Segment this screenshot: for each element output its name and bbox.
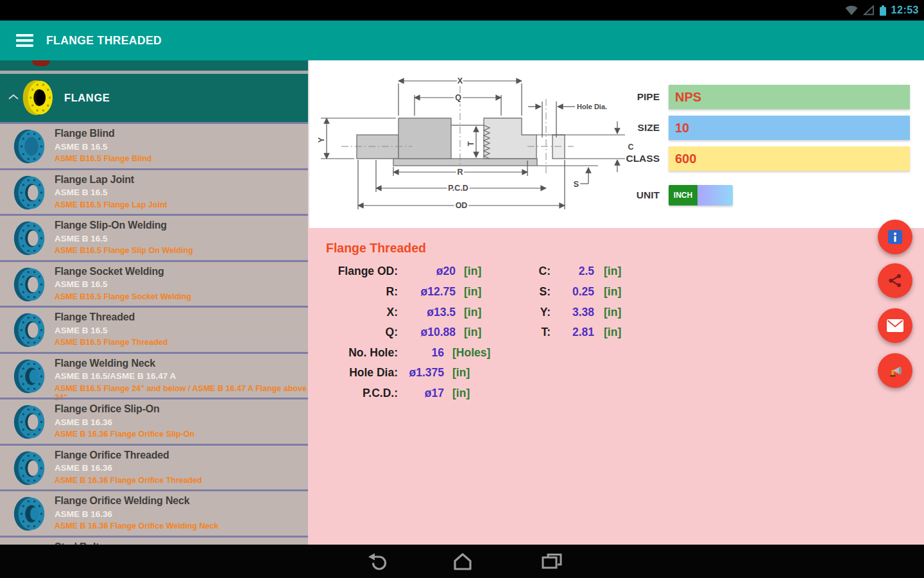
item-title: Flange Orifice Threaded (55, 450, 169, 461)
item-standard: ASME B 16.36 (55, 417, 112, 427)
partial-icon-fragment (32, 60, 50, 66)
sidebar: FLANGE Flange Blind ASME B 16.5 ASME B16… (0, 60, 308, 545)
item-description: ASME B16.5 Flange Blind (55, 154, 151, 163)
class-label: CLASS (626, 146, 660, 171)
sidebar-item-stud-bolt[interactable]: Stud Bolt (0, 536, 308, 545)
item-title: Flange Orifice Slip-On (55, 403, 160, 415)
sidebar-item-flange-orifice-slip-on[interactable]: Flange Orifice Slip-On ASME B 16.36 ASME… (0, 398, 308, 444)
size-label: SIZE (638, 116, 660, 140)
battery-icon (879, 4, 887, 17)
item-standard: ASME B 16.36 (55, 509, 112, 519)
item-standard: ASME B 16.5/ASME B 16.47 A (55, 371, 176, 381)
class-field[interactable]: 600 (669, 146, 910, 171)
dim-t: T (466, 141, 475, 146)
item-description: ASME B16.5 Flange Socket Welding (55, 292, 191, 301)
sidebar-item-flange-orifice-threaded[interactable]: Flange Orifice Threaded ASME B 16.36 ASM… (0, 444, 308, 490)
megaphone-icon (887, 362, 903, 379)
item-standard: ASME B 16.5 (55, 326, 108, 335)
item-standard: ASME B 16.5 (55, 234, 108, 243)
sidebar-item-flange-blind[interactable]: Flange Blind ASME B 16.5 ASME B16.5 Flan… (0, 122, 308, 168)
item-standard: ASME B 16.36 (55, 463, 112, 473)
email-fab[interactable] (878, 308, 912, 343)
dim-r: R (457, 168, 463, 177)
details-title: Flange Threaded (326, 241, 426, 256)
flange-ring-icon (10, 356, 50, 396)
item-description: ASME B16.5 Flange Threaded (55, 338, 167, 347)
info-icon (887, 229, 903, 245)
dim-od: OD (456, 201, 468, 210)
navigation-bar (0, 545, 924, 578)
sidebar-group-label: FLANGE (64, 74, 110, 122)
item-title: Flange Blind (55, 128, 115, 139)
item-description: ASME B 16.36 Flange Orifice Welding Neck (55, 521, 218, 530)
app-bar: FLANGE THREADED (0, 21, 924, 60)
item-title: Flange Welding Neck (55, 358, 155, 369)
flange-ring-icon (10, 448, 50, 488)
item-standard: ASME B 16.5 (55, 188, 108, 197)
screen: 12:53 FLANGE THREADED (0, 0, 924, 578)
flange-ring-icon (10, 310, 50, 350)
pipe-field[interactable]: NPS (669, 85, 910, 109)
back-button[interactable] (363, 550, 391, 572)
sidebar-group-flange[interactable]: FLANGE (0, 74, 308, 122)
sidebar-item-flange-threaded[interactable]: Flange Threaded ASME B 16.5 ASME B16.5 F… (0, 306, 308, 352)
flange-ring-icon (10, 265, 50, 304)
announce-fab[interactable] (878, 353, 912, 388)
wifi-icon (844, 5, 859, 15)
item-description: ASME B16.5 Flange Lap Joint (55, 200, 167, 209)
flange-ring-icon (10, 402, 50, 442)
sidebar-list: Flange Blind ASME B 16.5 ASME B16.5 Flan… (0, 122, 308, 545)
sidebar-item-flange-socket-welding[interactable]: Flange Socket Welding ASME B 16.5 ASME B… (0, 260, 308, 306)
page-title: FLANGE THREADED (46, 21, 162, 60)
detail-row: C:2.5[in] (518, 265, 621, 281)
sidebar-item-flange-orifice-welding-neck[interactable]: Flange Orifice Welding Neck ASME B 16.36… (0, 489, 308, 536)
unit-toggle-value: INCH (669, 185, 697, 206)
content-panel: X Q Hole Dia. Y T (308, 60, 924, 545)
dim-hole-dia: Hole Dia. (577, 103, 607, 110)
unit-toggle-track (697, 185, 733, 206)
home-icon (450, 552, 475, 570)
unit-label: UNIT (637, 185, 660, 206)
chevron-up-icon (8, 93, 19, 101)
flange-blind-icon (10, 127, 50, 166)
details-panel: Flange Threaded Flange OD:ø20[in] R:ø12.… (308, 228, 924, 545)
flange-ring-icon (10, 173, 50, 213)
item-description: ASME B 16.36 Flange Orifice Slip-On (55, 430, 194, 439)
mail-icon (886, 319, 904, 333)
item-title: Flange Threaded (55, 311, 135, 323)
recents-button[interactable] (538, 550, 566, 572)
item-standard: ASME B 16.5 (55, 142, 108, 152)
recents-icon (540, 552, 564, 570)
size-field[interactable]: 10 (669, 116, 910, 140)
dim-x: X (458, 76, 463, 85)
detail-row: R:ø12.75[in] (326, 285, 481, 302)
signal-triangle-icon (863, 5, 875, 15)
menu-icon[interactable] (16, 34, 33, 47)
home-button[interactable] (449, 550, 477, 572)
detail-row: P.C.D.:ø17[in] (326, 387, 470, 403)
sidebar-item-flange-welding-neck[interactable]: Flange Welding Neck ASME B 16.5/ASME B 1… (0, 352, 308, 398)
flange-ring-icon (10, 218, 50, 258)
item-title: Flange Orifice Welding Neck (55, 495, 189, 507)
dim-pcd: P.C.D (448, 184, 468, 193)
item-description: ASME B 16.36 Flange Orifice Threaded (55, 476, 202, 485)
status-bar: 12:53 (0, 0, 924, 21)
item-title: Flange Slip-On Welding (55, 220, 167, 231)
detail-row: X:ø13.5[in] (326, 306, 481, 322)
share-fab[interactable] (878, 263, 912, 298)
dim-q: Q (455, 93, 461, 102)
clock: 12:53 (891, 4, 919, 16)
dim-y: Y (317, 137, 326, 143)
drawing-area: X Q Hole Dia. Y T (308, 60, 924, 228)
sidebar-item-flange-lap-joint[interactable]: Flange Lap Joint ASME B 16.5 ASME B16.5 … (0, 168, 308, 215)
share-icon (887, 272, 903, 289)
detail-row: Y:3.38[in] (518, 306, 621, 322)
info-fab[interactable] (878, 220, 912, 254)
back-icon (364, 552, 389, 570)
item-title: Flange Lap Joint (55, 174, 134, 186)
detail-row: Flange OD:ø20[in] (326, 265, 481, 281)
detail-row: Q:ø10.88[in] (326, 326, 481, 342)
unit-toggle[interactable]: INCH (669, 185, 733, 206)
dim-s: S (574, 180, 579, 189)
sidebar-item-flange-slip-on-welding[interactable]: Flange Slip-On Welding ASME B 16.5 ASME … (0, 214, 308, 260)
